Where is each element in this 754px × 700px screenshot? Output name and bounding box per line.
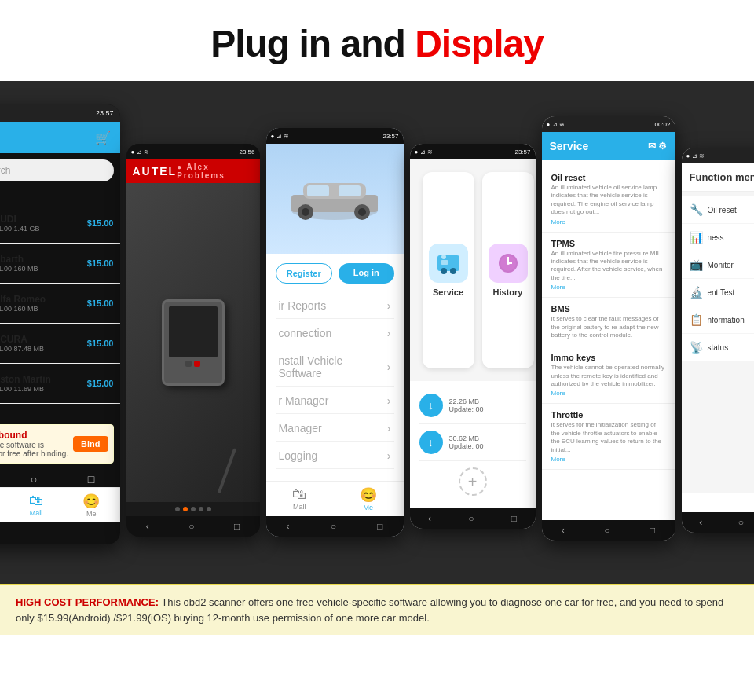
- p5-status-time: 00:02: [654, 121, 670, 128]
- p6-item-monitor[interactable]: 📺 Monitor ℹ: [682, 251, 755, 278]
- autel-nav-home[interactable]: ○: [188, 521, 194, 532]
- p3-manager2-arrow: ›: [387, 422, 391, 434]
- vci-title: VCI not bound: [0, 430, 73, 441]
- service-bms[interactable]: BMS It serves to clear the fault message…: [542, 298, 675, 346]
- p6-item-status[interactable]: 📡 status ℹ: [682, 334, 755, 361]
- p4-nav-home[interactable]: ○: [468, 513, 474, 524]
- p3-install-arrow: ›: [387, 361, 391, 373]
- history-icon-item[interactable]: History: [482, 172, 534, 368]
- service-icon-item[interactable]: Service: [423, 172, 474, 368]
- p4-nav-back[interactable]: ‹: [428, 513, 431, 524]
- login-tab[interactable]: Log in: [339, 263, 394, 284]
- p5-service-list: Oil reset An illuminated vehicle oil ser…: [542, 160, 675, 520]
- phone-service-icons: ● ⊿ ≋ 23:57 Service: [410, 144, 536, 529]
- p5-nav-recents[interactable]: □: [650, 525, 655, 536]
- p6-item-ness[interactable]: 📊 ness ℹ: [682, 224, 755, 251]
- bind-button[interactable]: Bind: [73, 436, 108, 452]
- nav-mall[interactable]: 🛍 Mall: [29, 493, 43, 518]
- nav-me[interactable]: 😊 Me: [82, 493, 100, 518]
- dot-3: [191, 507, 196, 511]
- autel-android-nav: ‹ ○ □: [126, 516, 260, 537]
- car-info-audi: AUDI V1.00 1.41 GB: [0, 214, 81, 233]
- history-svg-icon: [494, 249, 522, 277]
- p3-item-manager2[interactable]: Manager ›: [276, 416, 394, 442]
- car-item-aston[interactable]: ASTON MARTIN Aston Martin V1.00 11.69 MB…: [0, 364, 120, 404]
- car-item-alfa[interactable]: ALFA ROMEO Alfa Romeo V1.00 160 MB $15.0…: [0, 284, 120, 324]
- p6-nav-home[interactable]: ○: [738, 517, 744, 528]
- test-icon: 🔬: [690, 286, 703, 299]
- phone-login: ● ⊿ ≋ 23:57 Register: [266, 128, 404, 537]
- autel-nav-back[interactable]: ‹: [146, 521, 149, 532]
- service-immo-keys[interactable]: Immo keys The vehicle cannot be operated…: [542, 346, 675, 404]
- p3-nav-recents[interactable]: □: [377, 521, 382, 532]
- p3-nav-me[interactable]: 😊 Me: [360, 486, 377, 511]
- p3-item-install[interactable]: nstall Vehicle Software ›: [276, 348, 394, 387]
- p3-connection-label: connection: [279, 327, 332, 339]
- p3-bottom-nav: 🛍 Mall 😊 Me: [266, 481, 404, 516]
- p5-nav-back[interactable]: ‹: [562, 525, 565, 536]
- page-title: Plug in and Display: [16, 22, 738, 65]
- service-tpms[interactable]: TPMS An illuminated vehicle tire pressur…: [542, 233, 675, 299]
- phone-service-list: ● ⊿ ≋ 00:02 Service ✉ ⚙ Oil reset An ill…: [542, 116, 675, 541]
- nav-recents-icon[interactable]: □: [88, 473, 94, 486]
- dots-indicator: [126, 502, 260, 516]
- p6-esc-section: ESC: [682, 493, 755, 512]
- search-placeholder: Search: [0, 165, 11, 176]
- p3-item-connection[interactable]: connection ›: [276, 321, 394, 346]
- svg-point-12: [441, 255, 446, 259]
- p3-nav-back[interactable]: ‹: [287, 521, 290, 532]
- service-icon-circle: [429, 244, 468, 283]
- car-svg: [284, 171, 386, 226]
- p6-header-title: Function menu: [690, 171, 755, 183]
- service-svg-icon: [434, 249, 463, 277]
- cart-icon[interactable]: 🛒: [95, 130, 111, 145]
- p4-files-section: ↓ 22.26 MB Update: 00 ↓ 30.62 MB Update:…: [410, 381, 536, 508]
- autel-logo-bar: AUTEL ● Alex Problems: [126, 159, 260, 183]
- phone1-bottom-nav: 🏠 Home 🛍 Mall 😊 Me: [0, 487, 120, 522]
- p4-file-info-2: 30.62 MB Update: 00: [449, 434, 526, 450]
- search-bar[interactable]: 🔍 Search: [0, 159, 114, 181]
- p3-item-reports[interactable]: ir Reports ›: [276, 293, 394, 319]
- p5-nav-home[interactable]: ○: [604, 525, 609, 536]
- status-icon: 📡: [690, 341, 703, 354]
- p5-header-title: Service: [550, 140, 589, 152]
- p4-status-time: 23:57: [514, 148, 530, 156]
- svg-point-18: [507, 262, 510, 265]
- p6-android-nav: ‹ ○ □: [682, 512, 755, 533]
- p6-item-test[interactable]: 🔬 ent Test ℹ: [682, 279, 755, 306]
- service-oil-reset[interactable]: Oil reset An illuminated vehicle oil ser…: [542, 167, 675, 233]
- p4-file-info-1: 22.26 MB Update: 00: [449, 398, 526, 413]
- p3-nav-mall[interactable]: 🛍 Mall: [292, 486, 306, 511]
- car-item-abarth[interactable]: ABARTH Abarth V1.00 160 MB $15.00: [0, 244, 120, 284]
- p3-item-logging[interactable]: Logging ›: [276, 443, 394, 469]
- p3-logging-arrow: ›: [387, 449, 391, 462]
- nav-home-circle-icon[interactable]: ○: [31, 473, 37, 486]
- car-item-audi[interactable]: AUDI AUDI V1.00 1.41 GB $15.00: [0, 203, 120, 244]
- p3-auth-tabs: Register Log in: [276, 263, 394, 284]
- p5-status-icons: ● ⊿ ≋: [547, 121, 565, 128]
- add-button[interactable]: +: [459, 467, 487, 496]
- p3-android-nav: ‹ ○ □: [266, 516, 404, 537]
- p3-item-manager1[interactable]: r Manager ›: [276, 388, 394, 414]
- svg-point-10: [441, 268, 447, 274]
- car-item-acura[interactable]: ACURA ACURA V1.00 87.48 MB $15.00: [0, 324, 120, 364]
- car-info-abarth: Abarth V1.00 160 MB: [0, 254, 81, 273]
- autel-nav-recents[interactable]: □: [234, 521, 240, 532]
- history-label: History: [493, 288, 523, 297]
- register-tab[interactable]: Register: [276, 263, 333, 284]
- note-title: HIGH COST PERFORMANCE:: [16, 596, 159, 608]
- status-bar-1: 📶 ⊿ ≋ ⊙ ✉ 23:57: [0, 104, 120, 122]
- service-throttle[interactable]: Throttle It serves for the initializatio…: [542, 404, 675, 470]
- car-info-acura: ACURA V1.00 87.48 MB: [0, 334, 81, 353]
- p6-item-info[interactable]: 📋 nformation ℹ: [682, 306, 755, 333]
- login-inner: ● ⊿ ≋ 23:57 Register: [266, 128, 404, 537]
- p3-menu-list: ir Reports › connection › nstall Vehicle…: [276, 293, 394, 469]
- p6-item-oil[interactable]: 🔧 Oil reset ℹ: [682, 196, 755, 223]
- p3-manager2-label: Manager: [279, 422, 322, 434]
- p5-status-bar: ● ⊿ ≋ 00:02: [542, 116, 675, 132]
- p3-nav-home[interactable]: ○: [331, 521, 336, 532]
- p6-nav-back[interactable]: ‹: [699, 517, 702, 528]
- p4-nav-recents[interactable]: □: [511, 513, 517, 524]
- history-icon-circle: [489, 244, 528, 283]
- p5-header-icons: ✉ ⚙: [648, 141, 667, 152]
